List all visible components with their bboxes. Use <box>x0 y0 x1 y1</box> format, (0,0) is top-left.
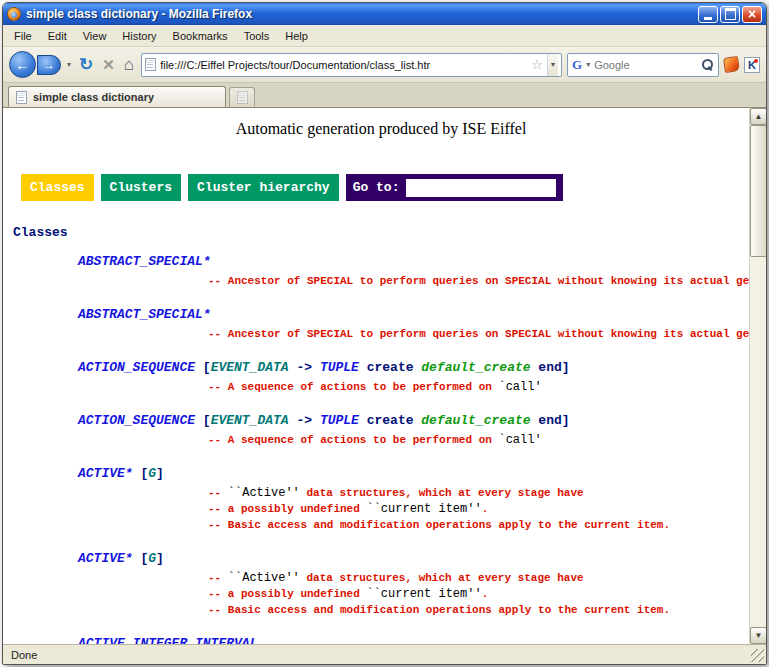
comment-line: -- ``Active'' data structures, which at … <box>208 485 749 501</box>
class-link[interactable]: ACTIVE_INTEGER_INTERVAL <box>78 636 257 644</box>
scrollbar-thumb[interactable] <box>750 125 766 257</box>
comment-line: -- A sequence of actions to be performed… <box>208 432 749 448</box>
home-icon[interactable]: ⌂ <box>122 56 136 73</box>
menu-history[interactable]: History <box>114 27 164 45</box>
class-entry: ACTIVE* [G]-- ``Active'' data structures… <box>78 466 749 533</box>
comment-line: -- Ancestor of SPECIAL to perform querie… <box>208 326 749 342</box>
code-token: end] <box>531 413 570 428</box>
comment-token: -- A sequence of actions to be performed… <box>208 381 498 393</box>
forward-button[interactable]: → <box>37 55 61 75</box>
menu-bar: FileEditViewHistoryBookmarksToolsHelp <box>3 25 766 47</box>
menu-view[interactable]: View <box>75 27 115 45</box>
class-entry: ACTIVE_INTEGER_INTERVAL <box>78 636 749 644</box>
cluster-hierarchy-button[interactable]: Cluster hierarchy <box>188 174 339 201</box>
comment-token: -- Ancestor of SPECIAL to perform querie… <box>208 328 749 340</box>
comment-line: -- Basic access and modification operati… <box>208 602 749 618</box>
tab-simple-class-dictionary[interactable]: simple class dictionary <box>8 86 226 107</box>
menu-file[interactable]: File <box>6 27 40 45</box>
comment-token: -- <box>208 487 228 499</box>
class-link[interactable]: ACTIVE* <box>78 551 133 566</box>
code-token: [ <box>195 413 211 428</box>
class-link[interactable]: ACTION_SEQUENCE <box>78 360 195 375</box>
history-dropdown-icon[interactable]: ▾ <box>66 60 72 69</box>
comment-token: -- Basic access and modification operati… <box>208 604 670 616</box>
class-entry: ACTION_SEQUENCE [EVENT_DATA -> TUPLE cre… <box>78 413 749 448</box>
google-logo-icon[interactable]: G <box>572 57 582 73</box>
titlebar: simple class dictionary - Mozilla Firefo… <box>3 3 766 25</box>
bookmark-star-icon[interactable]: ☆ <box>531 58 543 71</box>
section-title: Classes <box>13 225 749 240</box>
class-signature: ACTIVE_INTEGER_INTERVAL <box>78 636 749 644</box>
menu-tools[interactable]: Tools <box>236 27 278 45</box>
url-input[interactable] <box>160 59 527 71</box>
class-entry: ACTION_SEQUENCE [EVENT_DATA -> TUPLE cre… <box>78 360 749 395</box>
comment-token: ``Active'' <box>228 486 300 500</box>
code-token: default_create <box>421 360 530 375</box>
comment-token: data structures, which at every stage ha… <box>300 572 584 584</box>
code-token: [ <box>133 551 149 566</box>
addon-icon-k[interactable]: K <box>744 57 760 73</box>
doc-nav-row: Classes Clusters Cluster hierarchy Go to… <box>13 174 749 201</box>
maximize-button[interactable] <box>720 6 740 23</box>
scroll-down-button[interactable]: ▼ <box>750 627 766 644</box>
resize-grip[interactable] <box>751 649 764 662</box>
code-token: -> <box>289 413 320 428</box>
status-text: Done <box>11 649 37 661</box>
menu-bookmarks[interactable]: Bookmarks <box>165 27 236 45</box>
class-signature: ACTIVE* [G] <box>78 466 749 482</box>
search-magnifier-icon[interactable] <box>702 59 714 71</box>
close-button[interactable] <box>742 6 762 23</box>
search-engine-dropdown-icon[interactable]: ▾ <box>585 60 591 69</box>
page-title: Automatic generation produced by ISE Eif… <box>13 120 749 138</box>
minimize-button[interactable] <box>698 6 718 23</box>
scroll-up-button[interactable]: ▲ <box>750 108 766 125</box>
clusters-button[interactable]: Clusters <box>101 174 181 201</box>
class-link[interactable]: TUPLE <box>320 360 359 375</box>
page-content: Automatic generation produced by ISE Eif… <box>3 108 766 644</box>
code-token: create <box>359 413 421 428</box>
code-token: ] <box>156 551 164 566</box>
url-dropdown-icon[interactable]: ▾ <box>547 54 558 76</box>
class-link[interactable]: TUPLE <box>320 413 359 428</box>
comment-token: -- A sequence of actions to be performed… <box>208 434 498 446</box>
search-bar: G ▾ <box>567 53 719 77</box>
code-token: [ <box>195 360 211 375</box>
comment-token: ``current item'' <box>366 502 481 516</box>
tab-page-icon <box>16 91 27 104</box>
classes-button[interactable]: Classes <box>21 174 94 201</box>
class-link[interactable]: ABSTRACT_SPECIAL* <box>78 307 211 322</box>
code-token: default_create <box>421 413 530 428</box>
favicon-page-icon <box>145 58 156 71</box>
code-token: ] <box>156 466 164 481</box>
class-link[interactable]: ACTIVE* <box>78 466 133 481</box>
class-signature: ABSTRACT_SPECIAL* <box>78 254 749 270</box>
comment-line: -- Basic access and modification operati… <box>208 517 749 533</box>
code-token: -> <box>289 360 320 375</box>
class-link[interactable]: ABSTRACT_SPECIAL* <box>78 254 211 269</box>
new-tab-button[interactable] <box>229 87 255 107</box>
code-token: [ <box>133 466 149 481</box>
comment-token: . <box>482 503 489 515</box>
menu-edit[interactable]: Edit <box>40 27 75 45</box>
code-token: G <box>148 551 156 566</box>
code-token: create <box>359 360 421 375</box>
code-token: G <box>148 466 156 481</box>
addon-icon-orange[interactable] <box>723 56 740 73</box>
vertical-scrollbar[interactable]: ▲ ▼ <box>749 108 766 644</box>
comment-token: . <box>482 588 489 600</box>
stop-icon[interactable]: ✕ <box>100 57 117 72</box>
comment-token: data structures, which at every stage ha… <box>300 487 584 499</box>
search-input[interactable] <box>594 59 699 71</box>
goto-input[interactable] <box>406 179 556 197</box>
goto-label: Go to: <box>353 180 400 195</box>
back-button[interactable]: ← <box>9 51 36 78</box>
comment-token: `call' <box>498 433 541 447</box>
code-token: EVENT_DATA <box>211 413 289 428</box>
class-signature: ABSTRACT_SPECIAL* <box>78 307 749 323</box>
comment-line: -- Ancestor of SPECIAL to perform querie… <box>208 273 749 289</box>
class-list: ABSTRACT_SPECIAL*-- Ancestor of SPECIAL … <box>13 254 749 644</box>
class-link[interactable]: ACTION_SEQUENCE <box>78 413 195 428</box>
class-entry: ABSTRACT_SPECIAL*-- Ancestor of SPECIAL … <box>78 307 749 342</box>
menu-help[interactable]: Help <box>277 27 316 45</box>
reload-icon[interactable]: ↻ <box>77 56 95 73</box>
